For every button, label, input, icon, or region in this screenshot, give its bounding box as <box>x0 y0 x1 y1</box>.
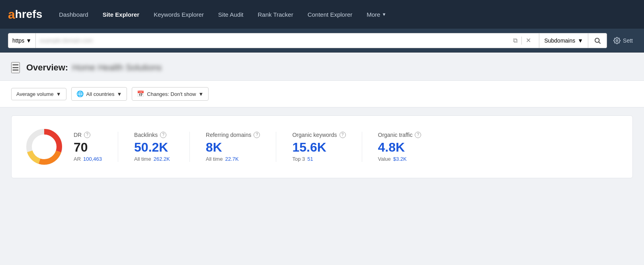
backlinks-value: 50.2K <box>134 140 174 154</box>
url-input[interactable] <box>40 37 509 44</box>
dr-value: 70 <box>74 140 102 154</box>
globe-icon: 🌐 <box>76 90 84 97</box>
dr-donut-chart <box>24 127 64 167</box>
logo-hrefs: hrefs <box>15 9 42 20</box>
donut-svg <box>24 127 64 167</box>
subdomains-label: Subdomains <box>544 37 575 44</box>
nav-rank-tracker[interactable]: Rank Tracker <box>252 8 299 21</box>
url-input-container: ⧉ ✕ <box>36 33 539 48</box>
countries-filter[interactable]: 🌐 All countries ▼ <box>71 87 127 101</box>
overview-title: Overview: Home Health Solutions <box>26 62 162 73</box>
help-icon[interactable]: ? <box>84 132 90 138</box>
nav-dashboard[interactable]: Dashboard <box>53 8 94 21</box>
external-link-icon[interactable]: ⧉ <box>512 36 518 45</box>
hamburger-menu-button[interactable]: ☰ <box>11 62 20 73</box>
changes-filter[interactable]: 📅 Changes: Don't show ▼ <box>132 87 209 101</box>
chevron-down-icon: ▼ <box>117 91 122 97</box>
chevron-down-icon: ▼ <box>578 37 583 44</box>
dr-donut-container: DR ? 70 AR 100,463 <box>24 127 102 167</box>
overview-label: Overview: <box>26 62 68 73</box>
organic-traffic-label: Organic traffic ? <box>378 132 422 138</box>
chevron-down-icon: ▼ <box>198 91 203 97</box>
organic-traffic-value-link: $3.2K <box>393 156 407 162</box>
nav-content-explorer[interactable]: Content Explorer <box>302 8 358 21</box>
svg-point-0 <box>595 38 599 43</box>
backlinks-metric: Backlinks ? 50.2K All time 262.2K <box>118 132 189 162</box>
referring-domains-sub: All time 22.7K <box>206 156 260 162</box>
backlinks-label: Backlinks ? <box>134 132 174 138</box>
settings-label: Sett <box>623 37 633 44</box>
referring-domains-metric: Referring domains ? 8K All time 22.7K <box>189 132 276 162</box>
filter-bar: Average volume ▼ 🌐 All countries ▼ 📅 Cha… <box>0 80 644 107</box>
organic-keywords-sub: Top 3 51 <box>292 156 345 162</box>
dr-label: DR ? <box>74 132 102 138</box>
protocol-label: https <box>12 37 24 44</box>
dr-sub: AR 100,463 <box>74 156 102 162</box>
page-content: ☰ Overview: Home Health Solutions Averag… <box>0 53 644 178</box>
metrics-card: DR ? 70 AR 100,463 Backlinks ? 50.2K All… <box>11 115 633 178</box>
organic-traffic-metric: Organic traffic ? 4.8K Value $3.2K <box>362 132 437 162</box>
nav-site-explorer[interactable]: Site Explorer <box>97 8 145 21</box>
help-icon[interactable]: ? <box>415 132 421 138</box>
ar-value-link[interactable]: 100,463 <box>83 156 102 162</box>
backlinks-sub: All time 262.2K <box>134 156 174 162</box>
referring-alltime-link[interactable]: 22.7K <box>225 156 239 162</box>
overview-domain: Home Health Solutions <box>72 62 162 73</box>
changes-filter-label: Changes: Don't show <box>147 91 196 97</box>
overview-header: ☰ Overview: Home Health Solutions <box>0 53 644 80</box>
search-bar: https ▼ ⧉ ✕ Subdomains ▼ Sett <box>0 29 644 53</box>
dr-metrics: DR ? 70 AR 100,463 <box>64 132 102 162</box>
organic-traffic-value: 4.8K <box>378 140 422 154</box>
nav-keywords-explorer[interactable]: Keywords Explorer <box>148 8 209 21</box>
gear-icon <box>613 37 621 44</box>
backlinks-alltime-link[interactable]: 262.2K <box>154 156 170 162</box>
svg-point-2 <box>616 39 618 41</box>
search-icons: ⧉ ✕ <box>509 36 535 45</box>
organic-keywords-label: Organic keywords ? <box>292 132 345 138</box>
countries-filter-label: All countries <box>86 91 115 97</box>
chevron-down-icon: ▼ <box>26 37 31 44</box>
organic-traffic-sub: Value $3.2K <box>378 156 422 162</box>
search-icon <box>594 37 601 44</box>
calendar-icon: 📅 <box>137 90 144 97</box>
referring-domains-label: Referring domains ? <box>206 132 260 138</box>
divider <box>521 37 522 45</box>
referring-domains-value: 8K <box>206 140 260 154</box>
settings-button[interactable]: Sett <box>610 37 636 44</box>
organic-keywords-metric: Organic keywords ? 15.6K Top 3 51 <box>276 132 361 162</box>
help-icon[interactable]: ? <box>340 132 346 138</box>
volume-filter-label: Average volume <box>16 91 54 97</box>
help-icon[interactable]: ? <box>160 132 166 138</box>
organic-keywords-value: 15.6K <box>292 140 345 154</box>
clear-icon[interactable]: ✕ <box>525 36 532 45</box>
chevron-down-icon: ▼ <box>382 12 386 17</box>
help-icon[interactable]: ? <box>254 132 260 138</box>
logo[interactable]: ahrefs <box>8 8 42 21</box>
subdomains-dropdown[interactable]: Subdomains ▼ <box>539 33 588 48</box>
search-button[interactable] <box>588 33 607 48</box>
svg-line-1 <box>599 42 600 43</box>
organic-keywords-top3-link[interactable]: 51 <box>307 156 313 162</box>
chevron-down-icon: ▼ <box>56 91 61 97</box>
volume-filter[interactable]: Average volume ▼ <box>11 88 66 100</box>
nav-site-audit[interactable]: Site Audit <box>213 8 249 21</box>
logo-a: a <box>8 8 15 21</box>
nav-more[interactable]: More ▼ <box>361 8 392 21</box>
top-navigation: ahrefs Dashboard Site Explorer Keywords … <box>0 0 644 29</box>
protocol-dropdown[interactable]: https ▼ <box>8 33 36 48</box>
